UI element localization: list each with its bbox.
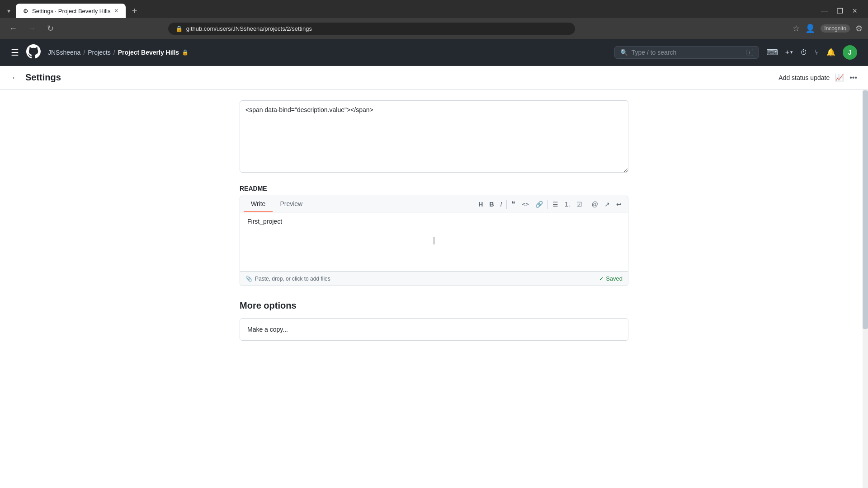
toolbar-link[interactable]: 🔗 — [533, 199, 546, 210]
search-placeholder: Type / to search — [632, 49, 743, 56]
breadcrumb-current: Project Beverly Hills — [118, 49, 179, 56]
toolbar-divider-2 — [547, 200, 548, 209]
readme-toolbar: H B I ❝ <> 🔗 ☰ 1. ☑ @ ↗ ↩ — [476, 196, 624, 212]
chevron-down-icon: ▾ — [790, 49, 793, 55]
make-a-copy-item[interactable]: Make a copy... — [240, 319, 628, 340]
attach-text: Paste, drop, or click to add files — [255, 276, 330, 282]
tab-write[interactable]: Write — [244, 197, 273, 212]
main-content: <span data-bind="description.value"></sp… — [0, 89, 868, 487]
header-actions: ⌨ + ▾ ⏱ ⑂ 🔔 J — [766, 45, 857, 60]
github-search[interactable]: 🔍 Type / to search / — [614, 46, 759, 59]
tab-switcher-btn[interactable]: ▾ — [4, 5, 14, 16]
readme-section: README Write Preview H B I ❝ <> 🔗 — [240, 185, 628, 286]
minimize-button[interactable]: — — [821, 7, 828, 15]
window-controls: — ❐ × — [821, 6, 864, 16]
scrollbar[interactable] — [863, 90, 868, 488]
saved-text: Saved — [606, 275, 623, 282]
breadcrumb-projects-link[interactable]: Projects — [88, 49, 111, 56]
incognito-badge: Incognito — [821, 24, 850, 33]
forward-button[interactable]: → — [24, 22, 40, 35]
breadcrumb: JNSsheena / Projects / Project Beverly H… — [48, 49, 189, 56]
chart-icon-button[interactable]: 📈 — [835, 73, 844, 82]
tab-close-icon[interactable]: × — [114, 7, 118, 15]
address-bar[interactable]: 🔒 github.com/users/JNSsheena/projects/2/… — [168, 23, 575, 35]
toolbar-italic[interactable]: I — [498, 199, 505, 210]
tab-title: Settings · Project Beverly Hills — [32, 8, 110, 14]
tab-preview[interactable]: Preview — [273, 197, 310, 212]
more-options-icon-button[interactable]: ••• — [849, 74, 857, 82]
readme-editor: Write Preview H B I ❝ <> 🔗 ☰ 1. ☑ — [240, 196, 628, 286]
saved-badge: ✓ Saved — [599, 275, 623, 282]
toolbar-heading[interactable]: H — [476, 199, 486, 210]
readme-textarea[interactable]: First_project — [240, 212, 628, 271]
add-status-update-button[interactable]: Add status update — [778, 74, 830, 81]
github-header: ☰ JNSsheena / Projects / Project Beverly… — [0, 39, 868, 66]
toolbar-unordered-list[interactable]: ☰ — [550, 199, 561, 210]
toolbar-undo[interactable]: ↩ — [613, 199, 624, 210]
lock-icon: 🔒 — [182, 49, 189, 56]
breadcrumb-user-link[interactable]: JNSsheena — [48, 49, 80, 56]
scrollbar-thumb[interactable] — [863, 90, 868, 329]
toolbar-divider-1 — [506, 200, 507, 209]
description-section: <span data-bind="description.value"></sp… — [240, 100, 628, 174]
refresh-button[interactable]: ↻ — [43, 22, 57, 35]
more-options-section: More options Make a copy... — [240, 300, 628, 341]
hamburger-menu[interactable]: ☰ — [11, 47, 19, 58]
more-options-box: Make a copy... — [240, 318, 628, 341]
plus-icon: + — [785, 48, 789, 56]
readme-editor-area: First_project — [240, 212, 628, 271]
tab-favicon: ⚙ — [23, 8, 28, 14]
breadcrumb-sep2: / — [113, 49, 115, 56]
close-window-button[interactable]: × — [852, 6, 857, 16]
issues-button[interactable]: ⏱ — [800, 48, 807, 56]
address-lock-icon: 🔒 — [175, 25, 183, 32]
breadcrumb-sep1: / — [83, 49, 85, 56]
toolbar-task-list[interactable]: ☑ — [574, 199, 585, 210]
pullrequest-button[interactable]: ⑂ — [815, 48, 819, 56]
toolbar-mention[interactable]: @ — [589, 199, 601, 210]
settings-back: ← Settings — [11, 72, 61, 83]
browser-chrome: ▾ ⚙ Settings · Project Beverly Hills × +… — [0, 0, 868, 39]
bookmark-icon[interactable]: ☆ — [793, 23, 800, 33]
more-options-title: More options — [240, 300, 628, 311]
back-button[interactable]: ← — [5, 22, 21, 35]
new-tab-button[interactable]: + — [127, 4, 142, 18]
search-icon: 🔍 — [620, 49, 628, 56]
extensions-icon[interactable]: ⚙ — [855, 23, 863, 33]
readme-footer: 📎 Paste, drop, or click to add files ✓ S… — [240, 271, 628, 286]
active-tab[interactable]: ⚙ Settings · Project Beverly Hills × — [16, 4, 126, 18]
tab-bar: ▾ ⚙ Settings · Project Beverly Hills × +… — [0, 0, 868, 18]
toolbar-bold[interactable]: B — [486, 199, 496, 210]
github-logo-svg — [26, 44, 41, 59]
search-kbd: / — [746, 49, 753, 56]
readme-tab-bar: Write Preview H B I ❝ <> 🔗 ☰ 1. ☑ — [240, 196, 628, 212]
terminal-button[interactable]: ⌨ — [766, 47, 778, 57]
github-logo[interactable] — [26, 44, 41, 60]
description-textarea[interactable]: <span data-bind="description.value"></sp… — [240, 100, 628, 173]
toolbar-quote[interactable]: ❝ — [509, 198, 518, 210]
toolbar-reference[interactable]: ↗ — [602, 199, 613, 210]
attach-files[interactable]: 📎 Paste, drop, or click to add files — [245, 276, 330, 282]
settings-content: <span data-bind="description.value"></sp… — [240, 100, 628, 476]
browser-nav-bar: ← → ↻ 🔒 github.com/users/JNSsheena/proje… — [0, 18, 868, 39]
avatar[interactable]: J — [843, 45, 857, 60]
browser-right-actions: ☆ 👤 Incognito ⚙ — [793, 23, 863, 33]
settings-header-actions: Add status update 📈 ••• — [778, 73, 857, 82]
settings-page-header: ← Settings Add status update 📈 ••• — [0, 66, 868, 89]
back-to-project-button[interactable]: ← — [11, 72, 20, 83]
maximize-button[interactable]: ❐ — [837, 7, 843, 15]
toolbar-code[interactable]: <> — [519, 199, 532, 209]
page-title: Settings — [25, 72, 61, 83]
check-icon: ✓ — [599, 275, 604, 282]
create-button[interactable]: + ▾ — [785, 48, 793, 56]
toolbar-divider-3 — [587, 200, 587, 209]
readme-label: README — [240, 185, 628, 192]
paperclip-icon: 📎 — [245, 276, 252, 282]
toolbar-ordered-list[interactable]: 1. — [562, 199, 573, 210]
address-text: github.com/users/JNSsheena/projects/2/se… — [186, 25, 312, 32]
profile-icon[interactable]: 👤 — [805, 23, 815, 33]
notifications-button[interactable]: 🔔 — [826, 48, 835, 56]
